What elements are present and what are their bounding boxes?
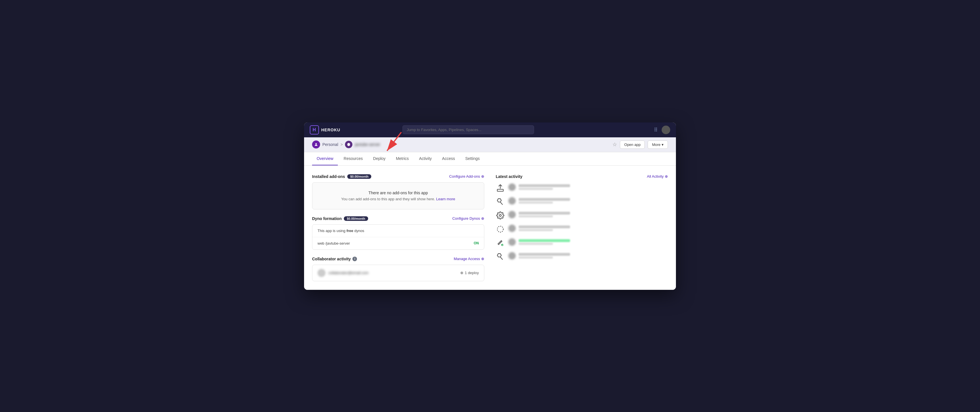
info-icon: i: [352, 257, 357, 261]
manage-access-link[interactable]: Manage Access ⊕: [454, 257, 484, 261]
latest-activity-title: Latest activity: [496, 174, 522, 179]
learn-more-link[interactable]: Learn more: [436, 197, 455, 201]
all-activity-icon: ⊕: [665, 174, 668, 178]
breadcrumb-actions: ☆ Open app More ▾: [612, 140, 668, 149]
favorite-star-button[interactable]: ☆: [612, 142, 617, 148]
grid-icon[interactable]: ⠿: [654, 127, 658, 133]
activity-avatar: [508, 252, 516, 259]
addons-empty-box: There are no add-ons for this app You ca…: [312, 182, 484, 210]
dyno-web-row: web /javtube-server ON: [312, 237, 484, 250]
activity-item: [496, 197, 668, 206]
all-activity-link[interactable]: All Activity ⊕: [647, 174, 668, 178]
dyno-on-badge: ON: [474, 241, 479, 245]
dyno-price-badge: $0.00/month: [344, 216, 368, 221]
activity-body: [508, 197, 570, 205]
open-app-button[interactable]: Open app: [620, 140, 645, 149]
avatar[interactable]: [662, 126, 670, 134]
activity-text: [519, 239, 570, 245]
addons-section-header: Installed add-ons $0.00/month Configure …: [312, 174, 484, 179]
tab-settings[interactable]: Settings: [461, 152, 484, 165]
activity-avatar: [508, 183, 516, 191]
configure-addons-link[interactable]: Configure Add-ons ⊕: [449, 174, 484, 178]
tab-metrics[interactable]: Metrics: [391, 152, 413, 165]
activity-item: [496, 252, 668, 261]
activity-body: [508, 238, 570, 246]
manage-access-icon: ⊕: [481, 257, 484, 261]
dyno-title: Dyno formation $0.00/month: [312, 216, 368, 221]
app-name-label: HEROKU: [321, 127, 340, 132]
activity-list: [496, 183, 668, 261]
tab-activity[interactable]: Activity: [414, 152, 436, 165]
configure-addons-icon: ⊕: [481, 174, 484, 178]
tab-overview[interactable]: Overview: [312, 152, 338, 165]
gear-icon: [496, 211, 505, 220]
addons-empty-title: There are no add-ons for this app: [318, 191, 478, 195]
activity-avatar: [508, 224, 516, 232]
activity-text: [519, 253, 570, 259]
activity-line-2: [519, 215, 553, 218]
wrench2-icon: [496, 252, 505, 261]
collaborator-user: collaborator@email.com: [318, 269, 368, 277]
svg-point-8: [500, 214, 501, 216]
svg-marker-11: [498, 253, 501, 257]
app-name-breadcrumb: javtube-server: [355, 142, 380, 147]
svg-line-7: [500, 202, 503, 205]
search-bar[interactable]: [402, 125, 534, 134]
svg-marker-1: [348, 143, 350, 146]
activity-avatar: [508, 238, 516, 246]
activity-line-1: [519, 253, 570, 256]
personal-label[interactable]: Personal: [322, 142, 338, 147]
left-panel: Installed add-ons $0.00/month Configure …: [312, 174, 484, 281]
activity-body: [508, 211, 570, 218]
collaborator-section-header: Collaborator activity i Manage Access ⊕: [312, 257, 484, 261]
configure-dynos-icon: ⊕: [481, 216, 484, 221]
activity-text: [519, 184, 570, 190]
activity-line-1: [519, 226, 570, 228]
activity-line-1: [519, 184, 570, 187]
collaborator-title: Collaborator activity i: [312, 257, 357, 261]
activity-header: Latest activity All Activity ⊕: [496, 174, 668, 179]
breadcrumb-bar: Personal > javtube-server ☆ Open app Mor…: [304, 137, 676, 152]
collaborator-name: collaborator@email.com: [328, 270, 368, 275]
dyno-section-header: Dyno formation $0.00/month Configure Dyn…: [312, 216, 484, 221]
collaborator-avatar: [318, 269, 326, 277]
activity-body: [508, 224, 570, 232]
activity-line-2: [519, 201, 553, 204]
collaborator-deploy-count: ⊕ 1 deploy: [460, 270, 479, 275]
svg-rect-5: [498, 189, 503, 191]
svg-point-0: [315, 143, 317, 145]
activity-line-2: [519, 243, 553, 245]
addons-empty-sub: You can add add-ons to this app and they…: [318, 197, 478, 201]
build-icon: [496, 238, 505, 248]
logo-area: H HEROKU: [310, 125, 340, 134]
svg-marker-6: [498, 199, 501, 202]
dyno-box: This app is using free dynos web /javtub…: [312, 224, 484, 250]
activity-line-1: [519, 198, 570, 201]
activity-avatar: [508, 211, 516, 218]
more-button[interactable]: More ▾: [648, 140, 668, 149]
activity-line-1: [519, 212, 570, 215]
upload-icon: [496, 183, 505, 192]
activity-avatar: [508, 197, 516, 205]
tab-access[interactable]: Access: [438, 152, 460, 165]
user-icon: [312, 140, 320, 148]
tab-navigation: Overview Resources Deploy Metrics Activi…: [304, 152, 676, 165]
wrench-icon: [496, 197, 505, 206]
svg-point-9: [498, 226, 503, 232]
activity-text: [519, 198, 570, 204]
app-hexagon-icon: [345, 141, 352, 148]
tab-resources[interactable]: Resources: [339, 152, 367, 165]
activity-text: [519, 212, 570, 218]
heroku-logo-icon: H: [310, 125, 319, 134]
app-window: H HEROKU ⠿ Personal > javtube-server ☆: [304, 122, 676, 290]
deploy-plus-icon: ⊕: [460, 270, 463, 275]
addons-price-badge: $0.00/month: [347, 174, 371, 179]
addons-title: Installed add-ons $0.00/month: [312, 174, 371, 179]
configure-dynos-link[interactable]: Configure Dynos ⊕: [452, 216, 484, 221]
activity-item: [496, 211, 668, 220]
search-input[interactable]: [402, 125, 534, 134]
activity-body: [508, 183, 570, 191]
collaborator-box: collaborator@email.com ⊕ 1 deploy: [312, 265, 484, 281]
circle-dashed-icon: [496, 224, 505, 234]
tab-deploy[interactable]: Deploy: [368, 152, 390, 165]
